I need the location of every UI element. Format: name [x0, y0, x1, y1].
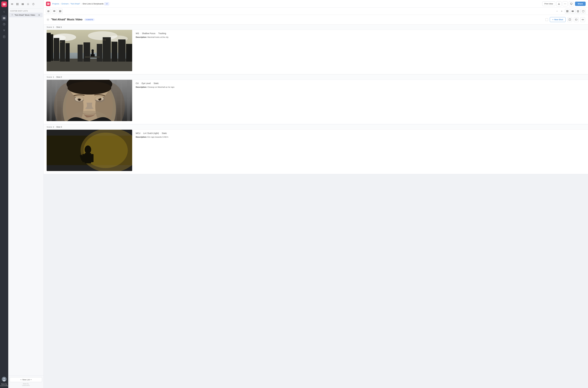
- new-shot-plus-icon: +: [552, 19, 553, 21]
- share-button[interactable]: Share: [575, 2, 586, 6]
- svg-rect-31: [570, 3, 572, 4]
- sidebar-toolbar: [8, 0, 44, 8]
- view-column-tool[interactable]: [58, 9, 63, 14]
- shot-list-settings-icon: [47, 18, 49, 21]
- svg-rect-1: [3, 4, 5, 4]
- view-columns-btn[interactable]: [20, 2, 25, 6]
- view-grid-btn[interactable]: [15, 2, 20, 6]
- svg-rect-44: [572, 10, 574, 12]
- zoom-in-btn[interactable]: +: [560, 9, 564, 13]
- sidebar-made-by: Made ByLeanometry: [10, 382, 42, 386]
- svg-rect-4: [4, 17, 5, 18]
- shot-info-2: CU · Eye Level · Static Description: Clo…: [136, 80, 585, 88]
- main-content: Projects › Eminem - "Not Afraid" › Shot …: [44, 0, 588, 388]
- shot-view-btn-2[interactable]: [574, 17, 579, 22]
- sidebar: CUSTOM SHOT LISTS "Not Afraid" Music Vid…: [8, 0, 44, 388]
- export-icon-btn[interactable]: [556, 1, 562, 6]
- view-mode-buttons: [565, 9, 586, 14]
- breadcrumb: Projects › Eminem - "Not Afraid" › Shot …: [52, 2, 109, 5]
- svg-rect-77: [126, 44, 132, 62]
- new-shot-button[interactable]: + New Shot: [550, 17, 566, 22]
- arrow-sep-3: ›: [55, 126, 55, 128]
- svg-point-21: [28, 4, 28, 5]
- view-storyboard-btn[interactable]: [565, 9, 570, 14]
- version-badge[interactable]: v0: [105, 2, 109, 5]
- view-list-btn[interactable]: [10, 2, 14, 6]
- view-wide-btn[interactable]: [570, 9, 575, 14]
- shot-view-btn-1[interactable]: [567, 17, 572, 22]
- svg-rect-3: [3, 17, 4, 18]
- help-btn[interactable]: [31, 2, 36, 6]
- shot-list-settings-icon: [11, 14, 13, 16]
- shot-scene-header-1: Scene 1 › Shot 1: [44, 24, 588, 30]
- shot-image-2: [47, 80, 132, 121]
- svg-rect-5: [3, 18, 4, 19]
- user-avatar[interactable]: [2, 377, 6, 382]
- svg-rect-40: [566, 10, 567, 11]
- settings-btn[interactable]: [26, 2, 30, 6]
- svg-rect-80: [97, 44, 102, 62]
- svg-rect-52: [583, 12, 583, 12]
- view-compact-btn[interactable]: [576, 9, 580, 14]
- svg-rect-18: [22, 3, 22, 5]
- rail-schedule[interactable]: [1, 22, 7, 27]
- rail-storyboard[interactable]: [1, 15, 7, 21]
- shot-description-3: Description: Em raps towards CAM A: [136, 136, 585, 138]
- view-strip-tool[interactable]: [52, 9, 57, 14]
- rail-filter[interactable]: [1, 28, 7, 33]
- view-filmstrip-btn[interactable]: [581, 9, 586, 14]
- left-rail: Made ByLeanometry: [0, 0, 8, 388]
- more-options-btn[interactable]: [563, 1, 568, 6]
- view-list-tool[interactable]: [46, 9, 51, 14]
- new-list-button[interactable]: + New List ▾: [10, 377, 42, 382]
- print-view-button[interactable]: Print View: [542, 1, 555, 6]
- shot-specs-3: MCU · LA / Dutch (right) · Static: [136, 132, 585, 134]
- view-toolbar: − +: [44, 8, 588, 15]
- shots-badge: 9 SHOTS: [84, 18, 95, 21]
- svg-rect-50: [583, 10, 583, 11]
- svg-rect-84: [103, 39, 104, 41]
- svg-rect-36: [53, 11, 55, 12]
- svg-rect-51: [584, 10, 584, 11]
- breadcrumb-sep-2: ›: [81, 3, 82, 5]
- rail-bottom: Made ByLeanometry: [0, 377, 8, 387]
- comment-btn[interactable]: [569, 1, 574, 6]
- zoom-out-btn[interactable]: −: [555, 9, 559, 13]
- breadcrumb-projects[interactable]: Projects: [52, 3, 59, 5]
- shot-scene-header-2: Scene 1 › Shot 2: [44, 74, 588, 80]
- shot-list-title: "Not Afraid" Music Video: [51, 18, 83, 21]
- svg-rect-41: [567, 10, 568, 11]
- svg-rect-53: [583, 12, 583, 12]
- shot-image-1: [47, 30, 132, 71]
- svg-rect-43: [567, 11, 568, 12]
- svg-point-110: [67, 81, 111, 95]
- breadcrumb-project[interactable]: Eminem - "Not Afraid": [62, 3, 80, 5]
- svg-point-23: [33, 4, 33, 5]
- content-area: "Not Afraid" Music Video 9 SHOTS + New S…: [44, 15, 588, 388]
- made-by-label: Made ByLeanometry: [0, 382, 8, 387]
- svg-rect-69: [65, 43, 70, 62]
- svg-rect-39: [61, 10, 61, 12]
- svg-rect-82: [60, 42, 61, 43]
- rail-back[interactable]: [1, 9, 7, 14]
- sidebar-item-label: "Not Afraid" Music Video: [14, 14, 36, 16]
- shot-label-1: Shot 1: [56, 26, 62, 28]
- svg-rect-85: [105, 39, 106, 41]
- svg-rect-83: [61, 42, 62, 43]
- svg-rect-57: [575, 19, 577, 20]
- rail-book[interactable]: [1, 34, 7, 39]
- svg-rect-2: [3, 4, 4, 5]
- new-list-plus-icon: +: [20, 379, 22, 381]
- select-all-checkbox[interactable]: [545, 18, 548, 21]
- share-link-btn[interactable]: [580, 17, 585, 22]
- shot-info-1: WS · Shallow Focus · Tracking Descriptio…: [136, 30, 585, 38]
- arrow-sep-1: ›: [55, 26, 55, 28]
- arrow-sep-2: ›: [55, 76, 55, 78]
- svg-rect-49: [583, 10, 583, 11]
- sidebar-footer: + New List ▾ Made ByLeanometry: [8, 375, 44, 388]
- svg-rect-15: [18, 3, 19, 4]
- shot-specs-2: CU · Eye Level · Static: [136, 82, 585, 84]
- svg-rect-119: [47, 136, 132, 165]
- sidebar-shot-list-item[interactable]: "Not Afraid" Music Video 9: [9, 13, 43, 17]
- svg-rect-37: [59, 10, 60, 12]
